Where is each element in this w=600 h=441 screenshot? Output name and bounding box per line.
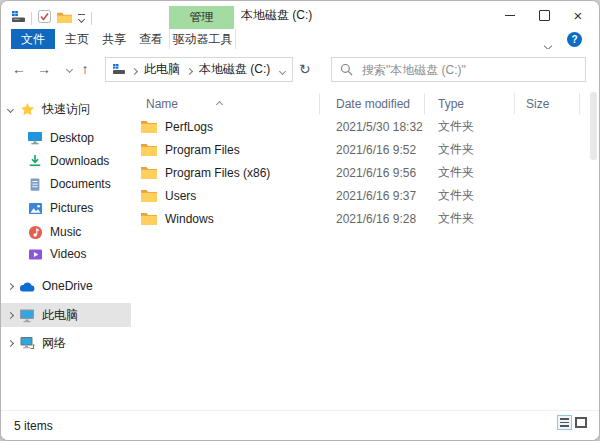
- maximize-button[interactable]: [529, 1, 559, 29]
- column-separator[interactable]: [514, 93, 515, 114]
- help-button[interactable]: ?: [567, 32, 582, 47]
- drive-icon: [113, 64, 125, 75]
- sidebar-item-label: 网络: [42, 335, 66, 352]
- forward-button[interactable]: →: [34, 49, 54, 89]
- search-box[interactable]: [331, 57, 586, 82]
- file-explorer-window: 管理 本地磁盘 (C:) × 文件 主页 共享 查看 驱动器工具 ? ← → ↑: [0, 0, 600, 441]
- table-row[interactable]: Windows 2021/6/16 9:28 文件夹: [131, 207, 585, 230]
- sidebar-item-this-pc[interactable]: 此电脑: [1, 303, 131, 327]
- qat-separator: [31, 12, 32, 25]
- quick-access-toolbar: [12, 9, 92, 27]
- qat-customize-dropdown-icon[interactable]: [78, 14, 85, 22]
- status-bar: 5 items: [1, 410, 599, 440]
- column-header-name[interactable]: Name: [146, 93, 178, 114]
- file-type: 文件夹: [438, 210, 474, 227]
- column-separator[interactable]: [424, 93, 425, 114]
- tab-share[interactable]: 共享: [96, 29, 132, 49]
- new-folder-icon[interactable]: [57, 9, 72, 27]
- column-separator[interactable]: [579, 93, 580, 114]
- table-row[interactable]: Program Files 2021/6/16 9:52 文件夹: [131, 138, 585, 161]
- back-button[interactable]: ←: [9, 49, 29, 89]
- column-separator[interactable]: [319, 93, 320, 114]
- breadcrumb-separator-icon: [187, 63, 192, 77]
- sidebar-item-quick-access[interactable]: 快速访问: [1, 98, 131, 120]
- file-name: Program Files (x86): [165, 166, 270, 180]
- tab-view[interactable]: 查看: [133, 29, 169, 49]
- column-header-size[interactable]: Size: [526, 93, 549, 114]
- details-view-button[interactable]: [557, 415, 572, 430]
- file-name: Program Files: [165, 143, 240, 157]
- chevron-right-icon[interactable]: [1, 313, 19, 318]
- sidebar-item-label: Downloads: [50, 154, 109, 168]
- sidebar-item-onedrive[interactable]: OneDrive: [1, 275, 131, 297]
- folder-icon: [141, 143, 157, 156]
- search-input[interactable]: [360, 62, 577, 78]
- sidebar-item-label: Pictures: [50, 201, 93, 215]
- onedrive-cloud-icon: [19, 278, 35, 294]
- navigation-bar: ← → ↑ 此电脑 本地磁盘 (C:): [1, 49, 599, 90]
- sidebar-item-label: Music: [50, 225, 81, 239]
- sidebar-item-label: Documents: [50, 177, 111, 191]
- sidebar-item-network[interactable]: 网络: [1, 332, 131, 354]
- file-name: Windows: [165, 212, 214, 226]
- file-type: 文件夹: [438, 141, 474, 158]
- desktop-background: 管理 本地磁盘 (C:) × 文件 主页 共享 查看 驱动器工具 ? ← → ↑: [0, 0, 600, 441]
- sort-ascending-icon: [217, 93, 222, 111]
- title-bar: 管理 本地磁盘 (C:) ×: [1, 1, 599, 29]
- folder-icon: [141, 120, 157, 133]
- close-icon: ×: [574, 8, 583, 23]
- minimize-icon: [505, 15, 515, 16]
- tab-file[interactable]: 文件: [11, 29, 55, 49]
- file-type: 文件夹: [438, 164, 474, 181]
- table-row[interactable]: PerfLogs 2021/5/30 18:32 文件夹: [131, 115, 585, 138]
- file-date: 2021/5/30 18:32: [336, 120, 423, 134]
- file-list-pane: Name Date modified Type Size PerfLogs 20…: [131, 89, 599, 411]
- items-count: 5 items: [14, 411, 53, 440]
- documents-icon: [27, 176, 43, 192]
- file-date: 2021/6/16 9:37: [336, 189, 416, 203]
- table-row[interactable]: Program Files (x86) 2021/6/16 9:56 文件夹: [131, 161, 585, 184]
- tab-drive-tools[interactable]: 驱动器工具: [169, 29, 236, 49]
- close-button[interactable]: ×: [563, 1, 593, 29]
- address-dropdown-icon[interactable]: [280, 63, 285, 77]
- breadcrumb-separator-icon: [132, 63, 137, 77]
- context-tab-manage[interactable]: 管理: [169, 6, 234, 29]
- properties-check-icon[interactable]: [38, 9, 51, 27]
- large-icons-view-button[interactable]: [575, 417, 587, 428]
- pictures-icon: [27, 200, 43, 216]
- vertical-scrollbar[interactable]: [590, 92, 597, 160]
- file-date: 2021/6/16 9:52: [336, 143, 416, 157]
- tab-home[interactable]: 主页: [59, 29, 95, 49]
- folder-icon: [141, 166, 157, 179]
- videos-icon: [27, 246, 43, 262]
- file-date: 2021/6/16 9:56: [336, 166, 416, 180]
- search-icon: [340, 63, 353, 76]
- up-button[interactable]: ↑: [75, 49, 95, 89]
- drive-icon: [12, 9, 25, 27]
- downloads-icon: [27, 153, 43, 169]
- maximize-icon: [539, 10, 550, 21]
- breadcrumb-this-pc[interactable]: 此电脑: [144, 61, 180, 78]
- table-row[interactable]: Users 2021/6/16 9:37 文件夹: [131, 184, 585, 207]
- folder-icon: [141, 212, 157, 225]
- file-name: Users: [165, 189, 196, 203]
- this-pc-icon: [19, 307, 35, 323]
- sidebar-item-label: Desktop: [50, 131, 94, 145]
- breadcrumb-local-disk-c[interactable]: 本地磁盘 (C:): [199, 61, 270, 78]
- chevron-right-icon[interactable]: [1, 284, 19, 289]
- star-icon: [19, 101, 35, 117]
- column-header-type[interactable]: Type: [438, 93, 464, 114]
- file-type: 文件夹: [438, 187, 474, 204]
- sidebar-item-label: 快速访问: [42, 101, 90, 118]
- minimize-button[interactable]: [495, 1, 525, 29]
- file-date: 2021/6/16 9:28: [336, 212, 416, 226]
- desktop-icon: [27, 130, 43, 146]
- sidebar-item-label: Videos: [50, 247, 86, 261]
- column-header-date-modified[interactable]: Date modified: [336, 93, 410, 114]
- refresh-button[interactable]: ↻: [299, 49, 311, 89]
- file-name: PerfLogs: [165, 120, 213, 134]
- music-icon: [27, 224, 43, 240]
- chevron-down-icon[interactable]: [1, 107, 19, 112]
- address-bar[interactable]: 此电脑 本地磁盘 (C:): [105, 57, 293, 82]
- chevron-right-icon[interactable]: [1, 341, 19, 346]
